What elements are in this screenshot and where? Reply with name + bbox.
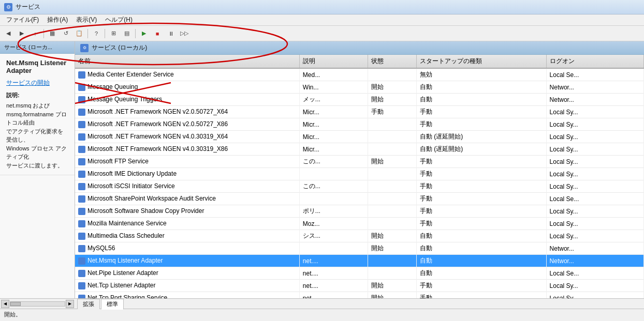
cell-status <box>368 118 416 131</box>
table-row[interactable]: Microsoft .NET Framework NGEN v2.0.50727… <box>75 118 644 131</box>
cell-name: Net.Tcp Port Sharing Service <box>75 292 299 299</box>
table-row[interactable]: Media Center Extender ServiceMed...無効Loc… <box>75 68 644 81</box>
toolbar-view-btn[interactable]: ▦ <box>46 28 58 39</box>
toolbar-up-btn[interactable]: ↑ <box>29 28 41 39</box>
cell-desc: Med... <box>299 68 368 81</box>
cell-desc: この... <box>299 156 368 168</box>
horizontal-scroll-thumb[interactable] <box>10 302 21 306</box>
cell-status: 開始 <box>368 156 416 168</box>
cell-status: 開始 <box>368 292 416 299</box>
table-row[interactable]: Net.Msmq Listener Adapternet....自動Networ… <box>75 255 644 267</box>
table-row[interactable]: Net.Pipe Listener Adapternet....自動Local … <box>75 267 644 280</box>
table-row[interactable]: Net.Tcp Listener Adapternet....開始手動Local… <box>75 280 644 292</box>
menu-file[interactable]: ファイル(F) <box>2 14 43 25</box>
menu-view[interactable]: 表示(V) <box>72 14 101 25</box>
cell-desc: Micr... <box>299 143 368 156</box>
table-row[interactable]: Multimedia Class Schedulerシス...開始自動Local… <box>75 230 644 242</box>
table-row[interactable]: Message Queuing Triggersメッ...開始自動Networ.… <box>75 94 644 106</box>
cell-status <box>368 180 416 193</box>
toolbar-export-btn[interactable]: 📋 <box>73 28 85 39</box>
col-name[interactable]: 名前 <box>75 55 299 68</box>
scroll-left-btn[interactable]: ◀ <box>1 300 9 308</box>
tab-extended[interactable]: 拡張 <box>77 299 100 309</box>
toolbar-stop-btn[interactable]: ■ <box>151 28 164 39</box>
cell-name: Message Queuing Triggers <box>75 94 299 106</box>
toolbar-help-btn[interactable]: ? <box>90 28 103 39</box>
cell-desc: net.... <box>299 255 368 267</box>
cell-startup: 自動 <box>416 81 546 94</box>
cell-desc: Win... <box>299 81 368 94</box>
table-row[interactable]: Microsoft .NET Framework NGEN v4.0.30319… <box>75 143 644 156</box>
cell-desc <box>299 242 368 255</box>
cell-desc: ポリ... <box>299 205 368 218</box>
cell-startup: 手動 <box>416 118 546 131</box>
toolbar-sep3 <box>105 29 105 38</box>
cell-desc: Moz... <box>299 218 368 230</box>
cell-desc: net... <box>299 292 368 299</box>
toolbar-back-btn[interactable]: ◀ <box>2 28 14 39</box>
cell-logon: Local Sy... <box>546 106 643 118</box>
toolbar-forward-btn[interactable]: ▶ <box>16 28 28 39</box>
cell-startup: 自動 <box>416 267 546 280</box>
table-row[interactable]: Mozilla Maintenance ServiceMoz...手動Local… <box>75 218 644 230</box>
service-icon <box>78 146 85 153</box>
table-row[interactable]: Net.Tcp Port Sharing Servicenet...開始手動Lo… <box>75 292 644 299</box>
cell-logon: Local Sy... <box>546 143 643 156</box>
toolbar: ◀ ▶ ↑ ▦ ↺ 📋 ? ⊞ ▤ ▶ ■ ⏸ ▷▷ <box>0 26 644 41</box>
table-row[interactable]: Microsoft SharePoint Workspace Audit Ser… <box>75 193 644 205</box>
cell-desc: シス... <box>299 230 368 242</box>
table-row[interactable]: Microsoft FTP Serviceこの...開始手動Local Sy..… <box>75 156 644 168</box>
service-start-link[interactable]: サービスの開始 <box>6 79 68 87</box>
cell-name: Microsoft .NET Framework NGEN v4.0.30319… <box>75 143 299 156</box>
horizontal-scroll-track[interactable] <box>10 301 65 307</box>
tab-standard[interactable]: 標準 <box>101 299 124 310</box>
cell-status <box>368 267 416 280</box>
left-panel-content: Net.Msmq Listener Adapter サービスの開始 説明: ne… <box>0 54 75 298</box>
cell-name: MySQL56 <box>75 242 299 255</box>
cell-startup: 自動 <box>416 242 546 255</box>
cell-startup: 自動 <box>416 230 546 242</box>
cell-startup: 手動 <box>416 156 546 168</box>
right-panel: ⚙ サービス (ローカル) 名前 説明 状態 スタートアップの種類 ログオン <box>75 41 644 298</box>
toolbar-view2-btn[interactable]: ⊞ <box>107 28 120 39</box>
cell-name: Microsoft FTP Service <box>75 156 299 168</box>
toolbar-restart-btn[interactable]: ▷▷ <box>178 28 191 39</box>
table-row[interactable]: Message QueuingWin...開始自動Networ... <box>75 81 644 94</box>
scroll-tabs-row: ◀ ▶ 拡張 標準 <box>0 298 644 309</box>
col-startup[interactable]: スタートアップの種類 <box>416 55 546 68</box>
service-icon <box>78 183 85 190</box>
service-icon <box>78 195 85 203</box>
col-desc[interactable]: 説明 <box>299 55 368 68</box>
menu-help[interactable]: ヘルプ(H) <box>101 14 137 25</box>
table-row[interactable]: Microsoft .NET Framework NGEN v2.0.50727… <box>75 106 644 118</box>
cell-startup: 自動 (遅延開始) <box>416 143 546 156</box>
cell-name: Mozilla Maintenance Service <box>75 218 299 230</box>
cell-logon: Networ... <box>546 81 643 94</box>
cell-name: Message Queuing <box>75 81 299 94</box>
cell-logon: Local Sy... <box>546 180 643 193</box>
table-row[interactable]: Microsoft IME Dictionary Update手動Local S… <box>75 168 644 180</box>
scroll-right-btn[interactable]: ▶ <box>66 300 74 308</box>
cell-startup: 自動 (遅延開始) <box>416 131 546 143</box>
table-row[interactable]: Microsoft .NET Framework NGEN v4.0.30319… <box>75 131 644 143</box>
col-logon[interactable]: ログオン <box>546 55 643 68</box>
table-row[interactable]: Microsoft iSCSI Initiator Serviceこの...手動… <box>75 180 644 193</box>
toolbar-pause-btn[interactable]: ⏸ <box>165 28 177 39</box>
cell-desc: net.... <box>299 280 368 292</box>
service-icon <box>78 171 85 178</box>
toolbar-play-btn[interactable]: ▶ <box>138 28 150 39</box>
col-status[interactable]: 状態 <box>368 55 416 68</box>
service-description: net.msmq およびmsmq.formatname プロトコル経由でアクティ… <box>6 101 68 170</box>
cell-name: Net.Pipe Listener Adapter <box>75 267 299 280</box>
table-row[interactable]: Microsoft Software Shadow Copy Providerポ… <box>75 205 644 218</box>
toolbar-view3-btn[interactable]: ▤ <box>121 28 133 39</box>
services-table: 名前 説明 状態 スタートアップの種類 ログオン Media Center Ex… <box>75 55 644 298</box>
cell-desc <box>299 168 368 180</box>
toolbar-refresh-btn[interactable]: ↺ <box>60 28 72 39</box>
menu-action[interactable]: 操作(A) <box>43 14 72 25</box>
window-icon: ⚙ <box>4 3 12 11</box>
table-row[interactable]: MySQL56開始自動Networ... <box>75 242 644 255</box>
services-table-container[interactable]: 名前 説明 状態 スタートアップの種類 ログオン Media Center Ex… <box>75 55 644 298</box>
right-panel-header: ⚙ サービス (ローカル) <box>75 41 644 55</box>
cell-logon: Local Sy... <box>546 156 643 168</box>
